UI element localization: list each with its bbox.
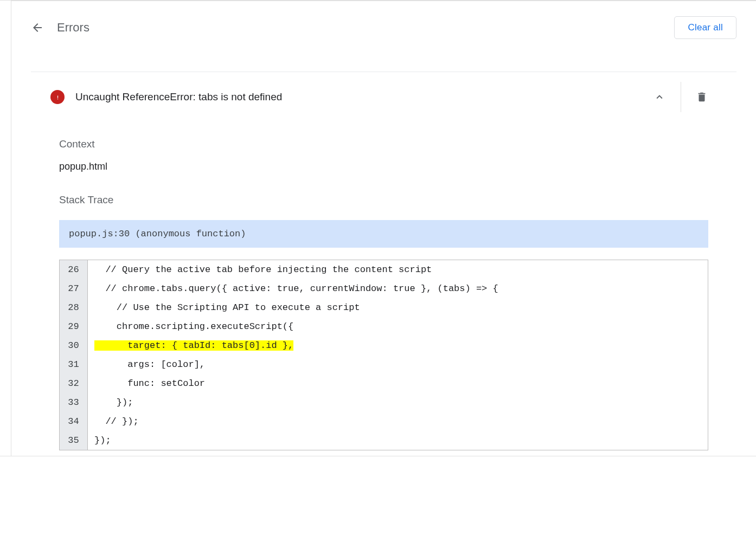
code-line: 28 // Use the Scripting API to execute a… [60, 298, 708, 317]
stack-trace-location: popup.js:30 (anonymous function) [59, 220, 708, 248]
errors-panel: Errors Clear all Uncaught ReferenceError… [11, 1, 756, 456]
line-content: }); [88, 431, 708, 450]
code-block: 26 // Query the active tab before inject… [59, 260, 708, 450]
line-number: 34 [60, 412, 88, 431]
context-value: popup.html [59, 161, 708, 172]
error-left: Uncaught ReferenceError: tabs is not def… [50, 90, 282, 104]
line-content: args: [color], [88, 355, 708, 374]
code-line: 30 target: { tabId: tabs[0].id }, [60, 336, 708, 355]
line-content: target: { tabId: tabs[0].id }, [88, 336, 708, 355]
stack-trace-label: Stack Trace [59, 194, 708, 206]
line-number: 29 [60, 317, 88, 336]
arrow-left-icon [31, 21, 44, 34]
back-button[interactable] [31, 21, 44, 34]
code-line: 29 chrome.scripting.executeScript({ [60, 317, 708, 336]
clear-all-button[interactable]: Clear all [674, 16, 736, 39]
line-number: 32 [60, 374, 88, 393]
chevron-up-icon [654, 91, 665, 103]
code-line: 34 // }); [60, 412, 708, 431]
line-number: 28 [60, 298, 88, 317]
errors-header: Errors Clear all [11, 1, 756, 72]
line-content: func: setColor [88, 374, 708, 393]
code-line: 27 // chrome.tabs.query({ active: true, … [60, 279, 708, 298]
code-line: 35}); [60, 431, 708, 450]
line-content: // Query the active tab before injecting… [88, 260, 708, 279]
delete-button[interactable] [687, 87, 717, 107]
code-line: 26 // Query the active tab before inject… [60, 260, 708, 279]
code-line: 31 args: [color], [60, 355, 708, 374]
error-badge-icon [50, 90, 65, 104]
line-number: 31 [60, 355, 88, 374]
trash-icon [696, 91, 708, 103]
action-divider [681, 82, 681, 112]
line-number: 30 [60, 336, 88, 355]
line-number: 27 [60, 279, 88, 298]
line-number: 26 [60, 260, 88, 279]
error-actions [644, 82, 717, 112]
context-label: Context [59, 138, 708, 150]
error-details: Context popup.html Stack Trace popup.js:… [11, 122, 756, 456]
code-line: 33 }); [60, 393, 708, 412]
line-content: // chrome.tabs.query({ active: true, cur… [88, 279, 708, 298]
line-number: 35 [60, 431, 88, 450]
code-line: 32 func: setColor [60, 374, 708, 393]
error-row: Uncaught ReferenceError: tabs is not def… [11, 72, 736, 122]
collapse-button[interactable] [644, 87, 675, 107]
header-left: Errors [31, 21, 89, 35]
line-content: chrome.scripting.executeScript({ [88, 317, 708, 336]
line-content: // }); [88, 412, 708, 431]
error-message: Uncaught ReferenceError: tabs is not def… [75, 91, 282, 103]
line-content: }); [88, 393, 708, 412]
line-number: 33 [60, 393, 88, 412]
page-title: Errors [57, 21, 89, 35]
line-content: // Use the Scripting API to execute a sc… [88, 298, 708, 317]
